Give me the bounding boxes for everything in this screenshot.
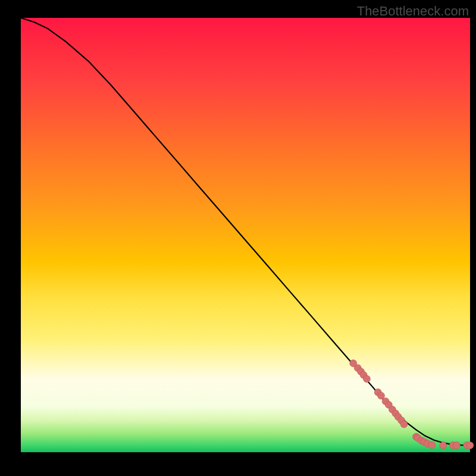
attribution-text: TheBottleneck.com bbox=[357, 4, 469, 19]
plot-gradient-background bbox=[21, 18, 470, 470]
